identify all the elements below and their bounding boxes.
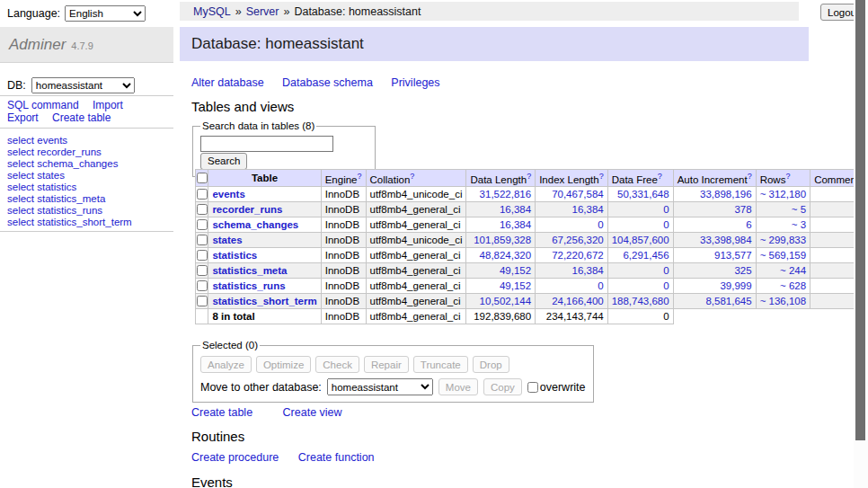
index-length-link[interactable]: 72,220,672 [552,250,604,261]
data-free-link[interactable]: 188,743,680 [612,296,669,306]
table-name-link[interactable]: states [212,235,242,245]
row-checkbox[interactable] [197,280,208,291]
search-button[interactable]: Search [200,153,247,170]
select-all-checkbox[interactable] [197,173,208,183]
auto-increment-link[interactable]: 913,577 [714,250,752,261]
index-length-link[interactable]: 24,166,400 [552,296,604,306]
rows-help-link[interactable]: ? [785,172,790,181]
rows-count-link[interactable]: ~ 244 [780,265,806,276]
sidebar-link-sql-command[interactable]: SQL command [7,99,79,111]
data-free-link[interactable]: 0 [663,280,669,291]
data-length-link[interactable]: 31,522,816 [480,189,532,200]
table-name-link[interactable]: statistics [212,250,257,261]
data-length-link[interactable]: 16,384 [500,204,531,215]
database-schema-link[interactable]: Database schema [282,76,373,89]
sidebar-select-events[interactable]: select events [7,135,173,146]
rows-count-link[interactable]: ~ 299,833 [760,235,806,245]
index-length-link[interactable]: 70,467,584 [552,189,604,200]
data-length-link[interactable]: 101,859,328 [474,235,531,245]
breadcrumb-link-mysql[interactable]: MySQL [193,5,231,18]
scrollbar-thumb[interactable] [855,0,865,440]
search-input[interactable] [200,136,333,152]
create-procedure-link[interactable]: Create procedure [191,451,279,464]
rows-count-link[interactable]: ~ 3 [792,219,806,230]
table-name-link[interactable]: statistics_short_term [212,296,316,306]
truncate-button[interactable]: Truncate [413,356,468,373]
db-select[interactable]: homeassistant [31,77,135,93]
table-name-link[interactable]: schema_changes [212,219,298,230]
rows-count-link[interactable]: ~ 628 [780,280,806,291]
copy-button[interactable]: Copy [483,378,522,395]
sidebar-select-recorder-runs[interactable]: select recorder_runs [7,146,173,158]
engine-help-link[interactable]: ? [358,172,362,181]
analyze-button[interactable]: Analyze [200,356,252,373]
breadcrumb-link-server[interactable]: Server [246,5,279,18]
index-length-help-link[interactable]: ? [599,172,604,181]
data-free-link[interactable]: 0 [663,204,669,215]
data-free-link[interactable]: 0 [663,265,669,276]
rows-count-link[interactable]: ~ 312,180 [760,189,806,200]
auto-increment-link[interactable]: 8,581,645 [705,296,751,306]
overwrite-checkbox[interactable] [527,382,538,393]
row-checkbox[interactable] [197,250,208,261]
table-name-link[interactable]: recorder_runs [212,204,282,215]
rows-count-link[interactable]: ~ 569,159 [760,250,806,261]
data-length-link[interactable]: 48,824,320 [480,250,532,261]
auto-increment-link[interactable]: 39,999 [720,280,751,291]
sidebar-select-states[interactable]: select states [7,170,173,182]
language-select[interactable]: English [65,5,146,22]
sidebar-link-export[interactable]: Export [7,111,39,124]
optimize-button[interactable]: Optimize [256,356,311,373]
create-function-link[interactable]: Create function [298,451,375,464]
data-length-help-link[interactable]: ? [527,172,531,181]
table-name-link[interactable]: statistics_meta [212,265,287,276]
collation-help-link[interactable]: ? [410,172,414,181]
row-checkbox[interactable] [197,265,208,276]
sidebar-select-statistics-short-term[interactable]: select statistics_short_term [7,217,173,228]
sidebar-link-import[interactable]: Import [93,99,123,111]
sidebar-select-statistics-meta[interactable]: select statistics_meta [7,193,173,205]
create-table-link[interactable]: Create table [191,406,252,419]
index-length-link[interactable]: 16,384 [572,204,604,215]
table-name-link[interactable]: statistics_runs [212,280,285,291]
data-free-link[interactable]: 50,331,648 [617,189,669,200]
data-free-help-link[interactable]: ? [658,172,662,181]
rows-count-link[interactable]: ~ 136,108 [760,296,806,306]
sidebar-select-statistics-runs[interactable]: select statistics_runs [7,205,173,217]
sidebar-link-create-table[interactable]: Create table [52,111,111,124]
auto-increment-help-link[interactable]: ? [748,172,752,181]
repair-button[interactable]: Repair [364,356,409,373]
row-checkbox[interactable] [197,296,208,306]
auto-increment-link[interactable]: 378 [734,204,751,215]
data-free-link[interactable]: 6,291,456 [623,250,669,261]
index-length-link[interactable]: 0 [598,219,603,230]
auto-increment-link[interactable]: 6 [746,219,751,230]
index-length-link[interactable]: 16,384 [572,265,604,276]
data-length-link[interactable]: 49,152 [500,280,531,291]
index-length-link[interactable]: 0 [598,280,603,291]
alter-database-link[interactable]: Alter database [191,76,264,89]
auto-increment-link[interactable]: 33,398,984 [700,235,752,245]
row-checkbox[interactable] [197,235,208,245]
data-free-link[interactable]: 0 [663,219,669,230]
row-checkbox[interactable] [197,189,208,200]
index-length-link[interactable]: 67,256,320 [552,235,604,245]
table-name-link[interactable]: events [212,189,244,200]
check-button[interactable]: Check [315,356,359,373]
sidebar-select-statistics[interactable]: select statistics [7,182,173,193]
sidebar-select-schema-changes[interactable]: select schema_changes [7,158,173,170]
auto-increment-link[interactable]: 33,898,196 [700,189,752,200]
data-length-link[interactable]: 16,384 [500,219,531,230]
drop-button[interactable]: Drop [473,356,509,373]
privileges-link[interactable]: Privileges [391,76,439,89]
create-view-link[interactable]: Create view [283,406,342,419]
move-db-select[interactable]: homeassistant [327,378,433,395]
page-scrollbar[interactable] [854,0,868,488]
rows-count-link[interactable]: ~ 5 [792,204,806,215]
row-checkbox[interactable] [197,219,208,230]
data-length-link[interactable]: 49,152 [500,265,531,276]
move-button[interactable]: Move [438,378,478,395]
row-checkbox[interactable] [197,204,208,215]
auto-increment-link[interactable]: 325 [734,265,751,276]
data-length-link[interactable]: 10,502,144 [480,296,532,306]
